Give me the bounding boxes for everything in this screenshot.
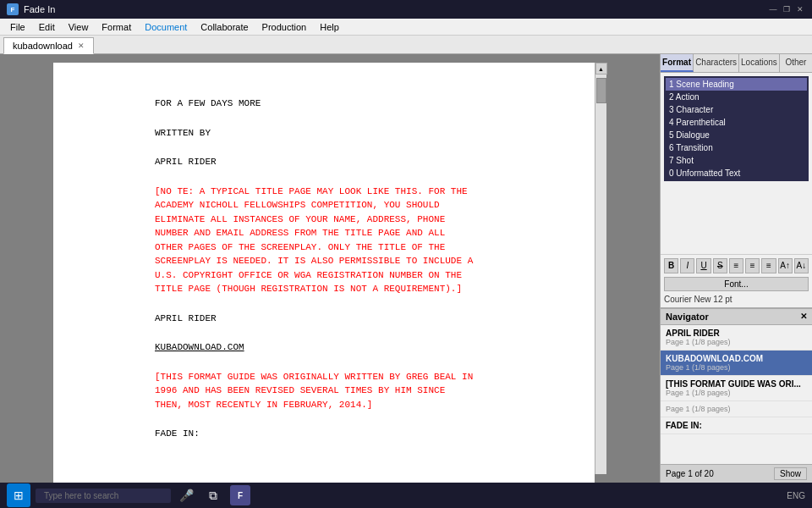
format-item-character[interactable]: 3 Character — [666, 103, 807, 116]
nav-item-april-rider[interactable]: APRIL RIDER Page 1 (1/8 pages) — [661, 325, 812, 351]
font-increase-button[interactable]: A↑ — [778, 258, 793, 273]
format-item-unformatted[interactable]: 0 Unformatted Text — [666, 167, 807, 179]
format-toolbar: B I U S ≡ ≡ ≡ A↑ A↓ Font... Courier New … — [661, 254, 812, 307]
nav-item-sub-blank: Page 1 (1/8 pages) — [666, 405, 807, 413]
menu-help[interactable]: Help — [313, 20, 346, 34]
nav-item-kubadownload[interactable]: KUBADOWNLOAD.COM Page 1 (1/8 pages) — [661, 351, 812, 376]
page-info: Page 1 of 20 — [666, 469, 714, 478]
navigator-title: Navigator — [666, 312, 709, 322]
doc-block-kubadownload: KUBADOWNLOAD.COM — [155, 340, 544, 355]
minimize-button[interactable]: — — [768, 4, 778, 14]
format-item-action[interactable]: 2 Action — [666, 91, 807, 103]
doc-block-written-by: WRITTEN BY — [155, 126, 544, 141]
doc-block-april-rider-1: APRIL RIDER — [155, 155, 544, 169]
document-scroll-area: FOR A FEW DAYS MORE WRITTEN BY APRIL RID… — [0, 54, 660, 483]
toolbar-row-format: B I U S ≡ ≡ ≡ A↑ A↓ — [664, 258, 809, 273]
menu-collaborate[interactable]: Collaborate — [194, 20, 255, 34]
title-bar: F Fade In — ❐ ✕ — [0, 0, 812, 19]
tab-kubadownload[interactable]: kubadownload ✕ — [3, 37, 94, 54]
format-item-transition[interactable]: 6 Transition — [666, 141, 807, 154]
doc-text-note: [NO TE: A TYPICAL TITLE PAGE MAY LOOK LI… — [155, 186, 473, 295]
format-item-parenthetical[interactable]: 4 Parenthetical — [666, 116, 807, 129]
format-item-shot[interactable]: 7 Shot — [666, 154, 807, 167]
restore-button[interactable]: ❐ — [782, 4, 792, 14]
rpanel-tab-other[interactable]: Other — [780, 54, 812, 72]
navigator-header: Navigator ✕ — [661, 309, 812, 325]
strikethrough-button[interactable]: S — [713, 258, 727, 273]
main-layout: FOR A FEW DAYS MORE WRITTEN BY APRIL RID… — [0, 54, 812, 483]
tab-bar: kubadownload ✕ — [0, 36, 812, 54]
app-icon: F — [7, 3, 19, 15]
doc-block-fade-in: FADE IN: — [155, 427, 544, 441]
nav-item-blank[interactable]: Page 1 (1/8 pages) — [661, 401, 812, 417]
doc-text-for-a-few: FOR A FEW DAYS MORE — [155, 98, 261, 108]
doc-text-format-guide: [THIS FORMAT GUIDE WAS ORIGINALLY WRITTE… — [155, 372, 473, 410]
format-item-dialogue[interactable]: 5 Dialogue — [666, 129, 807, 141]
navigator-footer: Page 1 of 20 Show — [661, 464, 812, 483]
font-button[interactable]: Font... — [664, 277, 809, 291]
navigator-close-icon[interactable]: ✕ — [800, 312, 807, 321]
format-section: 1 Scene Heading 2 Action 3 Character 4 P… — [661, 73, 812, 254]
window-controls: — ❐ ✕ — [768, 4, 805, 14]
doc-block-april-rider-2: APRIL RIDER — [155, 312, 544, 326]
font-decrease-button[interactable]: A↓ — [794, 258, 809, 273]
bold-button[interactable]: B — [664, 258, 678, 273]
menu-view[interactable]: View — [62, 20, 96, 34]
app-title: Fade In — [24, 4, 55, 14]
nav-item-title-kubadownload: KUBADOWNLOAD.COM — [666, 354, 807, 363]
align-right-button[interactable]: ≡ — [761, 258, 776, 273]
nav-item-title-fade-in: FADE IN: — [666, 421, 807, 430]
rpanel-tab-locations[interactable]: Locations — [739, 54, 780, 72]
align-left-button[interactable]: ≡ — [729, 258, 743, 273]
menu-production[interactable]: Production — [255, 20, 314, 34]
menu-format[interactable]: Format — [95, 20, 138, 34]
doc-text-kubadownload: KUBADOWNLOAD.COM — [155, 342, 244, 352]
tab-label: kubadownload — [13, 41, 73, 51]
rpanel-tab-characters[interactable]: Characters — [694, 54, 739, 72]
close-button[interactable]: ✕ — [795, 4, 805, 14]
menu-file[interactable]: File — [3, 20, 32, 34]
menu-edit[interactable]: Edit — [32, 20, 62, 34]
nav-item-sub-april-rider: Page 1 (1/8 pages) — [666, 338, 807, 346]
rpanel-tab-format[interactable]: Format — [661, 54, 694, 72]
vertical-scrollbar[interactable]: ▲ — [595, 63, 606, 474]
nav-item-sub-kubadownload: Page 1 (1/8 pages) — [666, 363, 807, 372]
doc-block-note: [NO TE: A TYPICAL TITLE PAGE MAY LOOK LI… — [155, 185, 544, 296]
nav-item-format-guide[interactable]: [THIS FORMAT GUIDE WAS ORI... Page 1 (1/… — [661, 376, 812, 401]
nav-item-fade-in[interactable]: FADE IN: — [661, 417, 812, 434]
rpanel-tabs: Format Characters Locations Other — [661, 54, 812, 73]
doc-block-format-guide: [THIS FORMAT GUIDE WAS ORIGINALLY WRITTE… — [155, 370, 544, 412]
doc-text-april-rider-2: APRIL RIDER — [155, 313, 217, 323]
italic-button[interactable]: I — [680, 258, 694, 273]
navigator-list: APRIL RIDER Page 1 (1/8 pages) KUBADOWNL… — [661, 325, 812, 465]
nav-item-sub-format-guide: Page 1 (1/8 pages) — [666, 389, 807, 397]
doc-text-april-rider-1: APRIL RIDER — [155, 157, 217, 167]
scroll-thumb[interactable] — [596, 78, 606, 103]
doc-block-for-a-few: FOR A FEW DAYS MORE — [155, 97, 544, 111]
tab-close-icon[interactable]: ✕ — [78, 41, 85, 50]
nav-item-title-april-rider: APRIL RIDER — [666, 329, 807, 338]
underline-button[interactable]: U — [696, 258, 710, 273]
format-item-scene-heading[interactable]: 1 Scene Heading — [666, 78, 807, 91]
scroll-up-button[interactable]: ▲ — [595, 63, 607, 75]
align-center-button[interactable]: ≡ — [745, 258, 760, 273]
format-list: 1 Scene Heading 2 Action 3 Character 4 P… — [664, 76, 809, 181]
menu-bar: File Edit View Format Document Collabora… — [0, 19, 812, 36]
nav-item-title-format-guide: [THIS FORMAT GUIDE WAS ORI... — [666, 379, 807, 389]
document-page: FOR A FEW DAYS MORE WRITTEN BY APRIL RID… — [53, 63, 595, 483]
doc-text-written-by: WRITTEN BY — [155, 128, 211, 138]
show-button[interactable]: Show — [774, 467, 807, 480]
menu-document[interactable]: Document — [138, 20, 194, 34]
navigator-section: Navigator ✕ APRIL RIDER Page 1 (1/8 page… — [661, 307, 812, 483]
right-panel: Format Characters Locations Other 1 Scen… — [660, 54, 812, 483]
doc-text-fade-in: FADE IN: — [155, 428, 200, 439]
font-label: Courier New 12 pt — [664, 295, 809, 304]
title-bar-left: F Fade In — [7, 3, 55, 15]
